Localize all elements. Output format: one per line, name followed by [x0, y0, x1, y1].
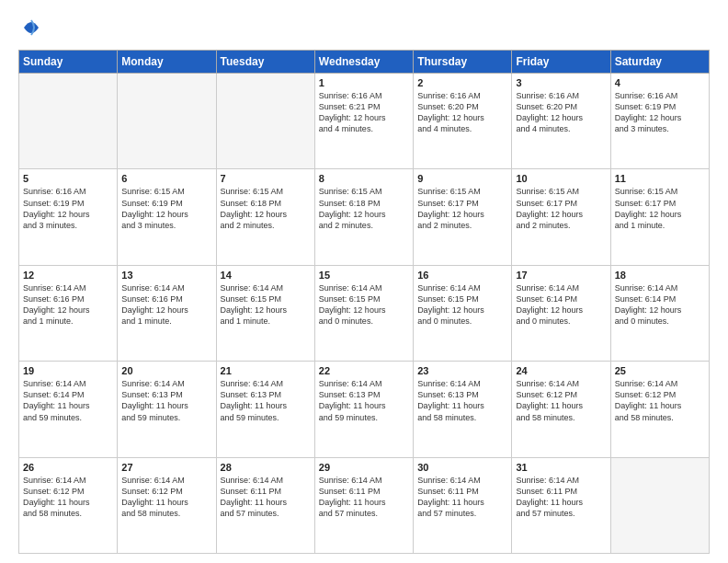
day-number: 22 — [319, 365, 409, 376]
calendar-day-12: 12Sunrise: 6:14 AM Sunset: 6:16 PM Dayli… — [19, 265, 118, 361]
day-info: Sunrise: 6:14 AM Sunset: 6:13 PM Dayligh… — [319, 378, 409, 423]
day-info: Sunrise: 6:14 AM Sunset: 6:11 PM Dayligh… — [516, 475, 606, 520]
day-number: 1 — [319, 77, 409, 88]
calendar-day-14: 14Sunrise: 6:14 AM Sunset: 6:15 PM Dayli… — [216, 265, 314, 361]
calendar-day-1: 1Sunrise: 6:16 AM Sunset: 6:21 PM Daylig… — [314, 74, 413, 169]
page: SundayMondayTuesdayWednesdayThursdayFrid… — [0, 0, 728, 563]
day-info: Sunrise: 6:15 AM Sunset: 6:19 PM Dayligh… — [121, 186, 211, 231]
day-number: 12 — [23, 270, 113, 281]
weekday-header-friday: Friday — [512, 51, 610, 74]
day-info: Sunrise: 6:16 AM Sunset: 6:19 PM Dayligh… — [23, 186, 113, 231]
weekday-header-tuesday: Tuesday — [216, 51, 314, 74]
day-number: 14 — [221, 270, 311, 281]
day-info: Sunrise: 6:14 AM Sunset: 6:12 PM Dayligh… — [516, 378, 606, 423]
calendar-day-20: 20Sunrise: 6:14 AM Sunset: 6:13 PM Dayli… — [118, 362, 216, 457]
day-number: 31 — [516, 462, 606, 473]
calendar-day-5: 5Sunrise: 6:16 AM Sunset: 6:19 PM Daylig… — [19, 169, 118, 265]
calendar-week-3: 19Sunrise: 6:14 AM Sunset: 6:14 PM Dayli… — [19, 362, 710, 457]
day-number: 2 — [417, 77, 507, 88]
day-number: 4 — [615, 77, 705, 88]
calendar-week-0: 1Sunrise: 6:16 AM Sunset: 6:21 PM Daylig… — [19, 74, 710, 169]
calendar-week-2: 12Sunrise: 6:14 AM Sunset: 6:16 PM Dayli… — [19, 265, 710, 361]
day-info: Sunrise: 6:14 AM Sunset: 6:14 PM Dayligh… — [23, 378, 113, 423]
calendar-day-13: 13Sunrise: 6:14 AM Sunset: 6:16 PM Dayli… — [118, 265, 216, 361]
day-number: 10 — [516, 173, 606, 184]
day-number: 17 — [516, 270, 606, 281]
day-number: 26 — [23, 462, 113, 473]
day-info: Sunrise: 6:16 AM Sunset: 6:19 PM Dayligh… — [615, 90, 705, 135]
day-info: Sunrise: 6:16 AM Sunset: 6:20 PM Dayligh… — [516, 90, 606, 135]
day-info: Sunrise: 6:14 AM Sunset: 6:13 PM Dayligh… — [121, 378, 211, 423]
calendar-day-2: 2Sunrise: 6:16 AM Sunset: 6:20 PM Daylig… — [414, 74, 512, 169]
calendar-day-10: 10Sunrise: 6:15 AM Sunset: 6:17 PM Dayli… — [512, 169, 610, 265]
calendar-day-18: 18Sunrise: 6:14 AM Sunset: 6:14 PM Dayli… — [610, 265, 709, 361]
day-info: Sunrise: 6:16 AM Sunset: 6:21 PM Dayligh… — [319, 90, 409, 135]
day-number: 21 — [221, 365, 311, 376]
day-info: Sunrise: 6:14 AM Sunset: 6:16 PM Dayligh… — [23, 282, 113, 327]
day-info: Sunrise: 6:14 AM Sunset: 6:14 PM Dayligh… — [615, 282, 705, 327]
day-info: Sunrise: 6:14 AM Sunset: 6:11 PM Dayligh… — [221, 475, 311, 520]
day-number: 30 — [417, 462, 507, 473]
weekday-header-thursday: Thursday — [414, 51, 512, 74]
weekday-header-saturday: Saturday — [610, 51, 709, 74]
calendar-day-3: 3Sunrise: 6:16 AM Sunset: 6:20 PM Daylig… — [512, 74, 610, 169]
day-info: Sunrise: 6:14 AM Sunset: 6:12 PM Dayligh… — [121, 475, 211, 520]
calendar-empty-cell — [216, 74, 314, 169]
calendar-day-26: 26Sunrise: 6:14 AM Sunset: 6:12 PM Dayli… — [19, 457, 118, 553]
calendar-day-25: 25Sunrise: 6:14 AM Sunset: 6:12 PM Dayli… — [610, 362, 709, 457]
day-number: 19 — [23, 365, 113, 376]
calendar-table: SundayMondayTuesdayWednesdayThursdayFrid… — [18, 50, 710, 554]
day-number: 9 — [417, 173, 507, 184]
day-number: 7 — [221, 173, 311, 184]
day-info: Sunrise: 6:15 AM Sunset: 6:17 PM Dayligh… — [615, 186, 705, 231]
calendar-day-31: 31Sunrise: 6:14 AM Sunset: 6:11 PM Dayli… — [512, 457, 610, 553]
day-number: 13 — [121, 270, 211, 281]
logo-icon — [22, 15, 40, 40]
calendar-day-9: 9Sunrise: 6:15 AM Sunset: 6:17 PM Daylig… — [414, 169, 512, 265]
calendar-week-1: 5Sunrise: 6:16 AM Sunset: 6:19 PM Daylig… — [19, 169, 710, 265]
calendar-empty-cell — [19, 74, 118, 169]
day-info: Sunrise: 6:14 AM Sunset: 6:15 PM Dayligh… — [319, 282, 409, 327]
day-info: Sunrise: 6:14 AM Sunset: 6:12 PM Dayligh… — [615, 378, 705, 423]
day-info: Sunrise: 6:16 AM Sunset: 6:20 PM Dayligh… — [417, 90, 507, 135]
calendar-day-22: 22Sunrise: 6:14 AM Sunset: 6:13 PM Dayli… — [314, 362, 413, 457]
day-info: Sunrise: 6:14 AM Sunset: 6:11 PM Dayligh… — [417, 475, 507, 520]
day-info: Sunrise: 6:14 AM Sunset: 6:13 PM Dayligh… — [221, 378, 311, 423]
weekday-header-wednesday: Wednesday — [314, 51, 413, 74]
day-info: Sunrise: 6:15 AM Sunset: 6:17 PM Dayligh… — [516, 186, 606, 231]
calendar-day-6: 6Sunrise: 6:15 AM Sunset: 6:19 PM Daylig… — [118, 169, 216, 265]
calendar-empty-cell — [118, 74, 216, 169]
day-info: Sunrise: 6:14 AM Sunset: 6:13 PM Dayligh… — [417, 378, 507, 423]
day-number: 11 — [615, 173, 705, 184]
day-number: 16 — [417, 270, 507, 281]
day-number: 25 — [615, 365, 705, 376]
day-info: Sunrise: 6:14 AM Sunset: 6:16 PM Dayligh… — [121, 282, 211, 327]
day-number: 18 — [615, 270, 705, 281]
weekday-header-row: SundayMondayTuesdayWednesdayThursdayFrid… — [19, 51, 710, 74]
calendar-day-8: 8Sunrise: 6:15 AM Sunset: 6:18 PM Daylig… — [314, 169, 413, 265]
calendar-day-27: 27Sunrise: 6:14 AM Sunset: 6:12 PM Dayli… — [118, 457, 216, 553]
logo — [18, 15, 40, 40]
day-info: Sunrise: 6:15 AM Sunset: 6:18 PM Dayligh… — [319, 186, 409, 231]
day-number: 23 — [417, 365, 507, 376]
calendar-day-16: 16Sunrise: 6:14 AM Sunset: 6:15 PM Dayli… — [414, 265, 512, 361]
calendar-day-24: 24Sunrise: 6:14 AM Sunset: 6:12 PM Dayli… — [512, 362, 610, 457]
calendar-day-28: 28Sunrise: 6:14 AM Sunset: 6:11 PM Dayli… — [216, 457, 314, 553]
calendar-day-21: 21Sunrise: 6:14 AM Sunset: 6:13 PM Dayli… — [216, 362, 314, 457]
day-number: 3 — [516, 77, 606, 88]
day-number: 28 — [221, 462, 311, 473]
calendar-empty-cell — [610, 457, 709, 553]
calendar-week-4: 26Sunrise: 6:14 AM Sunset: 6:12 PM Dayli… — [19, 457, 710, 553]
day-info: Sunrise: 6:14 AM Sunset: 6:12 PM Dayligh… — [23, 475, 113, 520]
weekday-header-monday: Monday — [118, 51, 216, 74]
day-number: 15 — [319, 270, 409, 281]
header — [18, 15, 710, 40]
day-number: 27 — [121, 462, 211, 473]
day-number: 5 — [23, 173, 113, 184]
day-number: 6 — [121, 173, 211, 184]
calendar-day-23: 23Sunrise: 6:14 AM Sunset: 6:13 PM Dayli… — [414, 362, 512, 457]
day-info: Sunrise: 6:14 AM Sunset: 6:15 PM Dayligh… — [417, 282, 507, 327]
calendar-day-19: 19Sunrise: 6:14 AM Sunset: 6:14 PM Dayli… — [19, 362, 118, 457]
calendar-day-7: 7Sunrise: 6:15 AM Sunset: 6:18 PM Daylig… — [216, 169, 314, 265]
day-number: 8 — [319, 173, 409, 184]
